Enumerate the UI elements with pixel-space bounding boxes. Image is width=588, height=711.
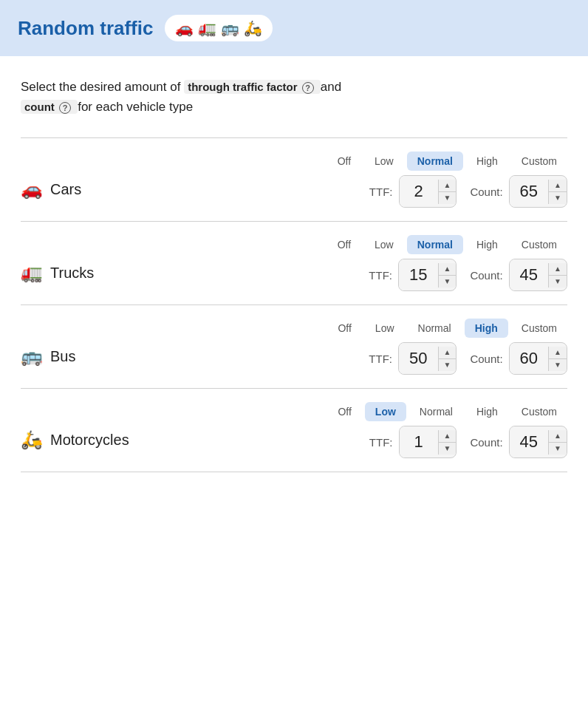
vehicle-label-motorcycles: 🛵Motorcycles bbox=[21, 429, 129, 450]
ttf-down-cars[interactable]: ▼ bbox=[439, 192, 457, 204]
ttf-down-trucks[interactable]: ▼ bbox=[439, 276, 457, 288]
preset-btn-bus-low[interactable]: Low bbox=[365, 319, 405, 338]
preset-btn-cars-normal[interactable]: Normal bbox=[407, 152, 463, 171]
controls-row-cars: TTF:2▲▼Count:65▲▼ bbox=[369, 175, 567, 208]
vehicle-label-row-motorcycles: 🛵MotorcyclesTTF:1▲▼Count:45▲▼ bbox=[21, 421, 567, 458]
preset-buttons-motorcycles: OffLowNormalHighCustom bbox=[327, 402, 567, 421]
ttf-up-trucks[interactable]: ▲ bbox=[439, 263, 457, 276]
count-down-motorcycles[interactable]: ▼ bbox=[549, 443, 567, 455]
main-content: Select the desired amount of through tra… bbox=[0, 56, 588, 487]
preset-btn-cars-high[interactable]: High bbox=[466, 152, 508, 171]
ttf-value-trucks: 15 bbox=[399, 259, 437, 290]
preset-buttons-cars: OffLowNormalHighCustom bbox=[327, 152, 567, 171]
ttf-group-motorcycles: TTF:1▲▼ bbox=[369, 426, 457, 458]
preset-btn-motorcycles-normal[interactable]: Normal bbox=[409, 402, 463, 421]
vehicle-label-trucks: 🚛Trucks bbox=[21, 262, 94, 283]
bus-icon: 🚌 bbox=[21, 346, 43, 367]
ttf-label-motorcycles: TTF: bbox=[369, 436, 393, 449]
ttf-group-trucks: TTF:15▲▼ bbox=[369, 259, 457, 291]
count-help-icon[interactable]: ? bbox=[59, 102, 71, 114]
preset-btn-trucks-low[interactable]: Low bbox=[364, 235, 404, 254]
controls-row-motorcycles: TTF:1▲▼Count:45▲▼ bbox=[369, 426, 567, 458]
preset-btn-motorcycles-off[interactable]: Off bbox=[327, 402, 361, 421]
page-title: Random traffic bbox=[18, 17, 153, 40]
count-spinner-cars: 65▲▼ bbox=[509, 175, 567, 208]
ttf-up-cars[interactable]: ▲ bbox=[439, 180, 457, 192]
count-group-trucks: Count:45▲▼ bbox=[470, 259, 567, 291]
preset-btn-trucks-off[interactable]: Off bbox=[327, 235, 361, 254]
motorcycles-icon: 🛵 bbox=[21, 429, 43, 450]
count-down-trucks[interactable]: ▼ bbox=[549, 276, 567, 288]
preset-btn-bus-off[interactable]: Off bbox=[327, 319, 361, 338]
vehicle-section-bus: OffLowNormalHighCustom🚌BusTTF:50▲▼Count:… bbox=[21, 305, 567, 388]
preset-btn-cars-low[interactable]: Low bbox=[364, 152, 404, 171]
vehicle-top-row-motorcycles: OffLowNormalHighCustom bbox=[21, 402, 567, 421]
preset-btn-cars-custom[interactable]: Custom bbox=[511, 152, 567, 171]
vehicle-label-row-trucks: 🚛TrucksTTF:15▲▼Count:45▲▼ bbox=[21, 254, 567, 291]
trucks-icon: 🚛 bbox=[21, 262, 43, 283]
description-text: Select the desired amount of through tra… bbox=[21, 77, 567, 117]
preset-buttons-bus: OffLowNormalHighCustom bbox=[327, 319, 567, 338]
ttf-value-cars: 2 bbox=[400, 176, 438, 207]
ttf-group-bus: TTF:50▲▼ bbox=[369, 342, 457, 375]
count-group-motorcycles: Count:45▲▼ bbox=[470, 426, 567, 458]
preset-btn-bus-high[interactable]: High bbox=[465, 319, 508, 338]
preset-btn-bus-custom[interactable]: Custom bbox=[511, 319, 567, 338]
cars-name: Cars bbox=[50, 181, 81, 198]
count-label-trucks: Count: bbox=[470, 269, 502, 282]
preset-btn-trucks-normal[interactable]: Normal bbox=[407, 235, 463, 254]
ttf-label-trucks: TTF: bbox=[369, 269, 392, 282]
preset-btn-cars-off[interactable]: Off bbox=[327, 152, 361, 171]
count-down-cars[interactable]: ▼ bbox=[549, 192, 567, 204]
car-icon: 🚗 bbox=[175, 19, 194, 37]
count-up-bus[interactable]: ▲ bbox=[549, 347, 567, 359]
count-value-motorcycles: 45 bbox=[510, 426, 548, 457]
vehicle-section-trucks: OffLowNormalHighCustom🚛TrucksTTF:15▲▼Cou… bbox=[21, 221, 567, 305]
header-vehicle-icons: 🚗 🚛 🚌 🛵 bbox=[165, 15, 273, 41]
controls-row-bus: TTF:50▲▼Count:60▲▼ bbox=[369, 342, 567, 375]
ttf-up-motorcycles[interactable]: ▲ bbox=[439, 430, 457, 443]
bus-name: Bus bbox=[50, 348, 75, 365]
controls-row-trucks: TTF:15▲▼Count:45▲▼ bbox=[369, 259, 567, 291]
ttf-group-cars: TTF:2▲▼ bbox=[369, 175, 457, 208]
count-help-label: count ? bbox=[21, 100, 78, 114]
vehicle-label-bus: 🚌Bus bbox=[21, 346, 75, 367]
cars-icon: 🚗 bbox=[21, 179, 43, 200]
preset-btn-motorcycles-high[interactable]: High bbox=[466, 402, 508, 421]
count-spinner-bus: 60▲▼ bbox=[509, 342, 567, 375]
ttf-spinner-trucks: 15▲▼ bbox=[398, 259, 457, 291]
count-label-bus: Count: bbox=[470, 353, 502, 365]
count-value-trucks: 45 bbox=[510, 259, 548, 290]
preset-btn-bus-normal[interactable]: Normal bbox=[408, 319, 462, 338]
count-up-trucks[interactable]: ▲ bbox=[549, 263, 567, 276]
vehicle-label-cars: 🚗Cars bbox=[21, 179, 81, 200]
ttf-label-bus: TTF: bbox=[369, 353, 392, 365]
ttf-label-cars: TTF: bbox=[369, 186, 393, 198]
preset-btn-trucks-high[interactable]: High bbox=[466, 235, 508, 254]
vehicle-section-motorcycles: OffLowNormalHighCustom🛵MotorcyclesTTF:1▲… bbox=[21, 388, 567, 472]
count-up-cars[interactable]: ▲ bbox=[549, 180, 567, 192]
preset-btn-trucks-custom[interactable]: Custom bbox=[511, 235, 567, 254]
preset-btn-motorcycles-custom[interactable]: Custom bbox=[511, 402, 567, 421]
count-label-motorcycles: Count: bbox=[470, 436, 502, 449]
count-up-motorcycles[interactable]: ▲ bbox=[549, 430, 567, 443]
preset-btn-motorcycles-low[interactable]: Low bbox=[365, 402, 406, 421]
count-label-cars: Count: bbox=[470, 186, 502, 198]
page-header: Random traffic 🚗 🚛 🚌 🛵 bbox=[0, 0, 588, 56]
motorcycle-icon: 🛵 bbox=[244, 19, 262, 37]
vehicle-label-row-bus: 🚌BusTTF:50▲▼Count:60▲▼ bbox=[21, 338, 567, 375]
ttf-down-bus[interactable]: ▼ bbox=[439, 359, 457, 371]
ttf-help-icon[interactable]: ? bbox=[302, 82, 314, 94]
ttf-up-bus[interactable]: ▲ bbox=[439, 347, 457, 359]
ttf-value-bus: 50 bbox=[399, 343, 437, 374]
count-down-bus[interactable]: ▼ bbox=[549, 359, 567, 371]
ttf-value-motorcycles: 1 bbox=[400, 426, 438, 457]
vehicle-top-row-cars: OffLowNormalHighCustom bbox=[21, 152, 567, 171]
ttf-spinner-cars: 2▲▼ bbox=[399, 175, 457, 208]
vehicle-top-row-bus: OffLowNormalHighCustom bbox=[21, 319, 567, 338]
ttf-down-motorcycles[interactable]: ▼ bbox=[439, 443, 457, 455]
preset-buttons-trucks: OffLowNormalHighCustom bbox=[327, 235, 567, 254]
ttf-help-label: through traffic factor ? bbox=[184, 80, 321, 94]
count-group-bus: Count:60▲▼ bbox=[470, 342, 567, 375]
vehicles-container: OffLowNormalHighCustom🚗CarsTTF:2▲▼Count:… bbox=[21, 137, 567, 472]
